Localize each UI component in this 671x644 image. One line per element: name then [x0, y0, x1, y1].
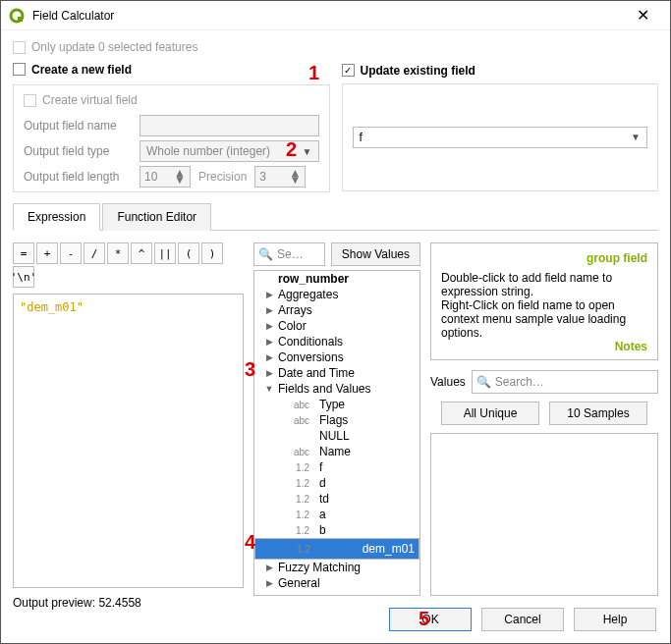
checkbox-icon [13, 63, 26, 76]
operator-button[interactable]: + [36, 242, 58, 264]
create-new-label: Create a new field [31, 63, 132, 77]
output-length-spin: 10 ▲▼ [140, 166, 191, 188]
create-virtual-checkbox: Create virtual field [24, 93, 138, 107]
checkbox-icon [13, 41, 26, 54]
ten-samples-button[interactable]: 10 Samples [549, 402, 647, 425]
values-search[interactable]: 🔍 Search… [472, 370, 658, 394]
help-values-panel: group field Double-click to add field na… [430, 242, 658, 596]
cancel-button[interactable]: Cancel [481, 608, 564, 631]
all-unique-button[interactable]: All Unique [441, 402, 539, 425]
operator-button[interactable]: = [13, 242, 34, 264]
precision-spin: 3 ▲▼ [254, 166, 306, 188]
tree-field[interactable]: abcName [254, 444, 419, 459]
output-type-label: Output field type [24, 144, 132, 158]
tree-field[interactable]: abcType [254, 397, 419, 412]
output-preview: Output preview: 52.4558 [13, 596, 244, 610]
tree-row-number[interactable]: row_number [254, 271, 419, 287]
help-box: group field Double-click to add field na… [430, 242, 658, 360]
function-tree[interactable]: row_number▶Aggregates▶Arrays▶Color▶Condi… [253, 270, 420, 596]
tab-expression[interactable]: Expression [13, 203, 100, 231]
show-values-button[interactable]: Show Values [331, 242, 420, 266]
values-label: Values [430, 375, 466, 389]
qgis-icon [9, 8, 25, 24]
checkbox-icon [24, 94, 36, 107]
update-field-select[interactable]: f ▼ [353, 127, 648, 148]
tree-field[interactable]: NULL [254, 428, 419, 444]
tree-field[interactable]: abcFlags [254, 412, 419, 428]
content: Only update 0 selected features Create a… [1, 30, 670, 596]
tree-group-fields[interactable]: ▼Fields and Values [254, 381, 419, 397]
output-type-value: Whole number (integer) [146, 144, 270, 158]
dialog-buttons: OK Cancel Help [389, 608, 656, 631]
virtual-label: Create virtual field [42, 93, 138, 107]
only-update-checkbox[interactable]: Only update 0 selected features [13, 40, 197, 54]
tab-function-editor[interactable]: Function Editor [102, 203, 211, 231]
help-notes: Notes [615, 340, 647, 353]
tree-group[interactable]: ▶Date and Time [254, 365, 419, 381]
output-length-label: Output field length [24, 170, 132, 184]
ok-button[interactable]: OK [389, 608, 472, 631]
create-new-field-checkbox[interactable]: Create a new field [13, 63, 132, 77]
operator-button[interactable]: || [154, 242, 176, 264]
tree-group[interactable]: ▶Conditionals [254, 334, 419, 349]
tree-field[interactable]: 1.2b [254, 522, 419, 538]
chevron-down-icon: ▼ [303, 146, 312, 157]
expression-left: =+-/*^||()'\n' "dem_m01" Output preview:… [13, 242, 244, 596]
expression-editor[interactable]: "dem_m01" [13, 294, 244, 588]
operator-bar: =+-/*^||()'\n' [13, 242, 244, 288]
operator-button[interactable]: '\n' [13, 266, 34, 288]
output-name-input [140, 115, 319, 136]
window-title: Field Calculator [32, 9, 623, 23]
field-calculator-window: Field Calculator ✕ Only update 0 selecte… [0, 0, 671, 644]
update-existing-checkbox[interactable]: ✓ Update existing field [342, 64, 475, 78]
update-existing-label: Update existing field [361, 64, 475, 78]
tree-group[interactable]: ▶General [254, 575, 419, 591]
tree-group[interactable]: ▶Aggregates [254, 287, 419, 302]
search-icon: 🔍 [476, 375, 491, 389]
svg-rect-1 [18, 17, 23, 22]
only-update-label: Only update 0 selected features [31, 40, 197, 54]
chevron-down-icon: ▼ [631, 132, 641, 142]
search-icon: 🔍 [258, 247, 273, 261]
tree-field[interactable]: 1.2dem_m01 [254, 538, 419, 560]
update-field-value: f [360, 131, 363, 144]
tree-field[interactable]: 1.2d [254, 475, 419, 491]
tree-group[interactable]: ▶Color [254, 318, 419, 334]
tree-field[interactable]: 1.2td [254, 491, 419, 507]
precision-label: Precision [198, 170, 247, 184]
checkbox-icon: ✓ [342, 64, 355, 77]
operator-button[interactable]: / [84, 242, 105, 264]
help-button[interactable]: Help [574, 608, 656, 631]
help-body1: Double-click to add field name to expres… [441, 271, 647, 298]
titlebar: Field Calculator ✕ [1, 1, 670, 30]
operator-button[interactable]: * [107, 242, 129, 264]
operator-button[interactable]: ) [201, 242, 223, 264]
tree-field[interactable]: 1.2f [254, 459, 419, 475]
function-search[interactable]: 🔍 Se… [253, 242, 325, 266]
function-tree-panel: 🔍 Se… Show Values row_number▶Aggregates▶… [253, 242, 420, 596]
help-body2: Right-Click on field name to open contex… [441, 298, 647, 340]
output-name-label: Output field name [24, 119, 132, 133]
tree-group[interactable]: ▶Arrays [254, 302, 419, 318]
tree-field[interactable]: 1.2a [254, 507, 419, 522]
operator-button[interactable]: - [60, 242, 82, 264]
output-type-select: Whole number (integer) ▼ [140, 140, 319, 162]
help-title: group field [441, 251, 647, 265]
operator-button[interactable]: ( [178, 242, 199, 264]
tree-group[interactable]: ▶Conversions [254, 349, 419, 365]
update-field-group: f ▼ [342, 83, 659, 191]
operator-button[interactable]: ^ [131, 242, 152, 264]
expression-panel: =+-/*^||()'\n' "dem_m01" Output preview:… [13, 242, 658, 596]
values-list[interactable] [430, 433, 658, 596]
tree-group[interactable]: ▶Fuzzy Matching [254, 560, 419, 575]
preview-value: 52.4558 [98, 596, 140, 610]
new-field-group: Create virtual field Output field name O… [13, 84, 330, 192]
close-button[interactable]: ✕ [623, 6, 662, 25]
tabs: Expression Function Editor [13, 202, 658, 231]
